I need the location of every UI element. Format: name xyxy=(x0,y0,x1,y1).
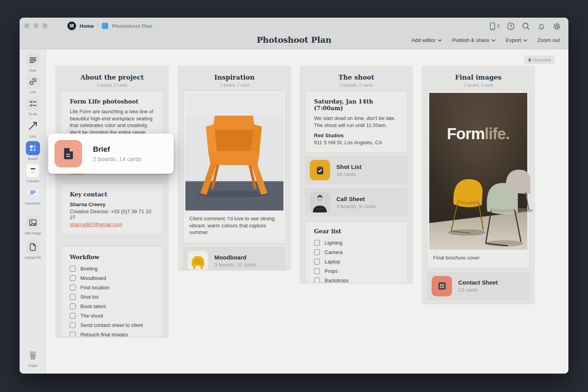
arrow-line-icon xyxy=(27,120,38,131)
note-card-brief-intro[interactable]: Form Life photoshoot Life Form are launc… xyxy=(61,91,163,138)
drag-card-title: Brief xyxy=(93,145,142,154)
unsorted-badge[interactable]: 0 Unsorted xyxy=(524,56,554,64)
checklist-item[interactable]: Backdrops xyxy=(314,276,399,283)
checkbox[interactable] xyxy=(314,240,320,246)
window-controls[interactable] xyxy=(24,23,47,28)
gear-list-card[interactable]: Gear list Lighting Camera Laptop Props B… xyxy=(305,221,408,283)
board-item-title: Shot List xyxy=(336,163,361,170)
breadcrumb: M Home / Photoshoot Plan xyxy=(67,22,152,30)
checkbox[interactable] xyxy=(314,268,320,274)
board-item-moodboard[interactable]: Moodboard 3 boards, 11 cards xyxy=(183,247,286,270)
checkbox[interactable] xyxy=(70,303,76,309)
checkbox[interactable] xyxy=(314,259,320,265)
breadcrumb-separator: / xyxy=(97,23,98,29)
checklist-item[interactable]: Retouch final images xyxy=(70,330,154,337)
checklist-item[interactable]: Shot list xyxy=(70,292,154,301)
note-icon xyxy=(28,55,38,65)
clipboard-check-icon xyxy=(315,165,325,176)
checklist-item[interactable]: Laptop xyxy=(314,257,399,266)
checkbox[interactable] xyxy=(70,322,76,328)
tool-comment[interactable]: Comment xyxy=(20,186,46,205)
column-icon xyxy=(28,166,38,175)
checklist-item[interactable]: Lighting xyxy=(314,238,399,247)
tool-add-image[interactable]: Add image xyxy=(20,216,46,235)
tool-sidebar: Note Link To-do Line xyxy=(20,49,46,374)
svg-text:?: ? xyxy=(510,24,512,29)
app-logo-icon[interactable]: M xyxy=(67,22,76,30)
tool-todo[interactable]: To-do xyxy=(20,96,46,116)
zoom-out-button[interactable]: Zoom out xyxy=(537,37,560,43)
column-title: Final images xyxy=(427,74,530,81)
checkbox[interactable] xyxy=(70,266,76,272)
close-window-icon[interactable] xyxy=(24,23,29,28)
image-icon xyxy=(28,218,38,227)
inspiration-image-card[interactable]: Client comment: I'd love to see strong, … xyxy=(183,91,286,243)
dragging-brief-board-card[interactable]: Brief 2 boards, 14 cards xyxy=(48,134,174,174)
minimize-window-icon[interactable] xyxy=(33,23,38,28)
tool-board[interactable]: Board xyxy=(20,141,46,161)
notifications-bell-icon[interactable] xyxy=(537,22,546,31)
checklist-item[interactable]: Send contact sheet to client xyxy=(70,320,154,330)
tool-line[interactable]: Line xyxy=(20,119,46,138)
workflow-checklist-card[interactable]: Workflow Briefing Moodboard Find locatio… xyxy=(61,246,163,337)
tool-upload-file[interactable]: Upload file xyxy=(20,240,46,260)
board-item-title: Call Sheet xyxy=(336,196,376,202)
breadcrumb-home[interactable]: Home xyxy=(80,23,94,29)
checkbox[interactable] xyxy=(70,275,76,281)
checklist-item[interactable]: Moodboard xyxy=(70,273,154,283)
board-icon xyxy=(29,144,37,152)
tool-trash[interactable]: Trash xyxy=(20,348,46,368)
phone-icon xyxy=(489,22,495,31)
settings-gear-icon[interactable] xyxy=(552,22,561,31)
board-item-contact-sheet[interactable]: Contact Sheet 13 cards xyxy=(427,272,530,300)
final-image-card[interactable]: Formlife. xyxy=(427,91,530,268)
titlebar: M Home / Photoshoot Plan 0 ? xyxy=(20,18,568,49)
checkbox[interactable] xyxy=(70,332,76,337)
checklist-item[interactable]: Camera xyxy=(314,247,399,257)
device-count: 0 xyxy=(497,24,500,29)
shoot-schedule-card[interactable]: Saturday, Jan 14th (7:00am) We start dea… xyxy=(305,91,408,153)
board-canvas[interactable]: 0 Unsorted About the project 1 board, 2 … xyxy=(46,49,568,374)
column-about-the-project[interactable]: About the project 1 board, 2 cards Form … xyxy=(56,66,168,337)
orange-chair-photo xyxy=(185,93,283,211)
card-title: Key contact xyxy=(70,191,154,198)
card-title: Gear list xyxy=(314,228,399,234)
checkbox[interactable] xyxy=(70,294,76,300)
checkbox[interactable] xyxy=(314,278,320,283)
chevron-down-icon xyxy=(438,39,442,42)
checklist-item[interactable]: Book talent xyxy=(70,301,154,311)
checklist-item[interactable]: Props xyxy=(314,266,399,276)
board-item-shot-list[interactable]: Shot List 18 cards xyxy=(305,156,408,184)
brand-bold: Form xyxy=(447,125,485,142)
export-button[interactable]: Export xyxy=(506,37,527,43)
checklist-item[interactable]: The shoot xyxy=(70,311,154,320)
checklist-item[interactable]: Briefing xyxy=(70,264,154,273)
key-contact-card[interactable]: Key contact Sharna Creevy Creative Direc… xyxy=(61,183,163,235)
note-title: Saturday, Jan 14th (7:00am) xyxy=(314,98,399,111)
checkbox[interactable] xyxy=(70,313,76,319)
add-editor-button[interactable]: Add editor xyxy=(412,37,442,43)
yellow-chair-icon xyxy=(188,251,208,270)
board-item-call-sheet[interactable]: Call Sheet 3 boards, 9 cards xyxy=(305,188,408,216)
column-final-images[interactable]: Final images 1 board, 1 card xyxy=(422,66,534,303)
chevron-down-icon xyxy=(523,39,527,42)
breadcrumb-current: Photoshoot Plan xyxy=(112,23,152,29)
contact-email-link[interactable]: sharna987@gmail.com xyxy=(70,221,122,227)
search-icon[interactable] xyxy=(522,22,530,31)
tool-column[interactable]: Column xyxy=(20,163,46,183)
tool-note[interactable]: Note xyxy=(20,53,46,73)
checkbox[interactable] xyxy=(314,249,320,255)
checklist-item[interactable]: Find location xyxy=(70,283,154,292)
grid-icon xyxy=(437,281,447,291)
board-item-title: Contact Sheet xyxy=(458,279,498,286)
card-title: Workflow xyxy=(70,254,154,260)
svg-text:Formlife.: Formlife. xyxy=(447,125,510,142)
column-the-shoot[interactable]: The shoot 2 boards, 2 cards Saturday, Ja… xyxy=(300,66,412,283)
publish-share-button[interactable]: Publish & share xyxy=(452,37,495,43)
checkbox[interactable] xyxy=(70,285,76,290)
maximize-window-icon[interactable] xyxy=(42,23,47,28)
device-button[interactable]: 0 xyxy=(489,22,500,31)
column-inspiration[interactable]: Inspiration 1 board, 1 card xyxy=(178,66,290,270)
help-icon[interactable]: ? xyxy=(506,22,515,31)
tool-link[interactable]: Link xyxy=(20,74,46,94)
